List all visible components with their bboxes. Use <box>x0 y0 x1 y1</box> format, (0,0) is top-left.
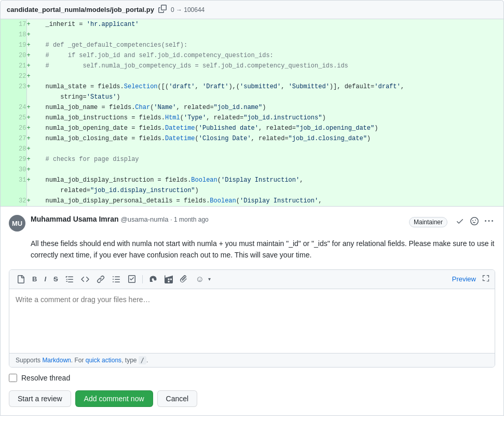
table-row: 21+ # self.numla_job_competency_ids = se… <box>1 61 503 71</box>
tasklist-btn[interactable] <box>125 273 139 286</box>
comment-meta: Muhammad Usama Imran @usama-numla · 1 mo… <box>31 215 409 223</box>
comment-time: · 1 month ago <box>170 216 208 223</box>
slash-code: / <box>139 356 146 364</box>
action-buttons: Start a review Add comment now Cancel <box>9 390 495 407</box>
table-row: 27+ numla_job_closing_date = fields.Date… <box>1 133 503 144</box>
code-btn[interactable] <box>78 273 92 286</box>
table-row: 29+ # checks for page display <box>1 154 503 165</box>
resolve-checkbox[interactable] <box>9 374 17 382</box>
start-review-button[interactable]: Start a review <box>9 390 71 407</box>
strikethrough-btn[interactable]: S <box>50 274 61 284</box>
file-header: candidate_portal_numla/models/job_portal… <box>0 0 504 19</box>
comment-body: All these fields should end with numla n… <box>31 238 495 261</box>
table-row: 17+ _inherit = 'hr.applicant' <box>1 19 503 30</box>
maintainer-badge: Maintainer <box>409 217 447 227</box>
emoji-dropdown: ▾ <box>208 276 211 282</box>
markdown-link[interactable]: Markdown <box>42 357 71 364</box>
toolbar-divider <box>142 275 143 283</box>
attach-btn[interactable] <box>177 273 192 286</box>
editor-footer: Supports Markdown. For quick actions, ty… <box>9 353 495 367</box>
diff-container: 17+ _inherit = 'hr.applicant'18+19+ # de… <box>0 19 504 207</box>
add-comment-button[interactable]: Add comment now <box>75 390 153 407</box>
unordered-list-btn[interactable] <box>109 273 124 286</box>
comment-handle: @usama-numla <box>121 215 169 223</box>
comment-input[interactable] <box>9 289 495 351</box>
table-row: 32+ numla_job_display_personal_details =… <box>1 196 503 206</box>
ordered-list-btn[interactable] <box>62 273 77 286</box>
table-row: 19+ # def _get_default_competencies(self… <box>1 40 503 50</box>
more-options-btn[interactable] <box>483 215 495 229</box>
table-row: 31+ numla_job_display_instruction = fiel… <box>1 175 503 196</box>
resolve-icon-btn[interactable] <box>454 215 466 229</box>
comment-actions: Maintainer <box>409 215 495 229</box>
avatar: MU <box>9 215 25 232</box>
copy-icon[interactable] <box>158 5 167 15</box>
emoji-btn[interactable]: ☺ <box>193 273 207 286</box>
cancel-button[interactable]: Cancel <box>157 390 198 407</box>
mention-btn[interactable] <box>146 273 160 286</box>
smile-icon-btn[interactable] <box>468 215 481 229</box>
editor-container: B I S <box>9 269 495 368</box>
comment-thread: MU Muhammad Usama Imran @usama-numla · 1… <box>0 207 504 416</box>
comment-author: Muhammad Usama Imran <box>31 215 119 223</box>
bold-btn[interactable]: B <box>29 274 40 284</box>
table-row: 26+ numla_job_opening_date = fields.Date… <box>1 123 503 133</box>
table-row: 30+ <box>1 165 503 175</box>
attach-file-btn[interactable] <box>13 273 28 286</box>
table-row: 24+ numla_job_name = fields.Char('Name',… <box>1 102 503 113</box>
resolve-thread-row: Resolve thread <box>9 374 495 382</box>
diff-table: 17+ _inherit = 'hr.applicant'18+19+ # de… <box>1 19 503 206</box>
table-row: 22+ <box>1 71 503 81</box>
italic-btn[interactable]: I <box>41 274 49 284</box>
table-row: 18+ <box>1 30 503 40</box>
diff-stat: 0 → 100644 <box>171 6 205 13</box>
table-row: 20+ # if self.job_id and self.job_id.com… <box>1 50 503 61</box>
editor-toolbar: B I S <box>9 270 495 289</box>
table-row: 25+ numla_job_instructions = fields.Html… <box>1 113 503 123</box>
resolve-label[interactable]: Resolve thread <box>21 374 70 382</box>
quick-actions-link[interactable]: quick actions <box>86 357 121 364</box>
preview-btn[interactable]: Preview <box>448 273 480 285</box>
table-row: 28+ <box>1 144 503 154</box>
table-row: 23+ numla_state = fields.Selection([('dr… <box>1 81 503 102</box>
table-btn[interactable] <box>161 273 176 286</box>
filename: candidate_portal_numla/models/job_portal… <box>7 6 154 13</box>
link-btn[interactable] <box>93 273 108 286</box>
expand-btn[interactable] <box>481 274 491 285</box>
comment-header: MU Muhammad Usama Imran @usama-numla · 1… <box>9 215 495 232</box>
